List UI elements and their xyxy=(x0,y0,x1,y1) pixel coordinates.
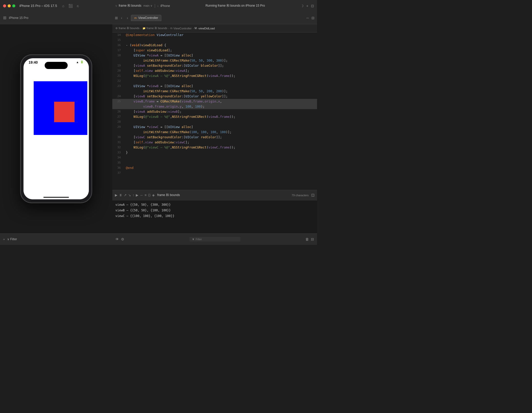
debug-stack-icon[interactable]: ⚙ xyxy=(121,237,124,241)
breakpoint-icon[interactable]: ▶ xyxy=(115,193,117,197)
dynamic-island xyxy=(45,62,68,69)
code-line-35: 35 xyxy=(112,160,317,165)
breadcrumb-method-label: -viewDidLoad xyxy=(198,27,215,30)
home-indicator xyxy=(43,197,69,198)
inspector-icon[interactable]: ⊟ xyxy=(311,16,315,20)
editor-tab-viewcontroller[interactable]: m ViewController xyxy=(131,15,161,21)
char-count: 79 characters xyxy=(292,194,309,197)
breadcrumb-method[interactable]: M -viewDidLoad xyxy=(195,27,215,30)
titlebar-icons: ⌂ ⬛ ⎌ xyxy=(62,4,79,8)
code-line-27: 27 NSLog(@"viewB – %@",NSStringFromCGRec… xyxy=(112,114,317,119)
layout-icon[interactable]: ⊞ xyxy=(115,16,118,20)
running-status: Running frame 和 bounds on iPhone 15 Pro xyxy=(172,4,298,8)
tab-item[interactable]: ⑂ frame 和 bounds xyxy=(115,4,141,8)
main-content: ⊞ iPhone 15 Pro 19:40 ▲ 🔋 xyxy=(0,12,317,245)
filter-label[interactable]: ∨ Filter xyxy=(7,237,17,241)
code-line-25a: 25 viewB.frame = CGRectMake(viewB.frame.… xyxy=(112,99,317,104)
close-button[interactable] xyxy=(3,4,6,7)
code-line-21: 21 NSLog(@"viewA – %@",NSStringFromCGRec… xyxy=(112,73,317,78)
moon-icon[interactable]: ☽ xyxy=(300,4,304,8)
breadcrumb-class-label: ViewController xyxy=(173,27,191,30)
code-line-14: 14 @implementation ViewController xyxy=(112,32,317,38)
titlebar-actions: ☽ + ⊡ xyxy=(300,4,314,8)
code-line-30: 30 [viewC setBackgroundColor:[UIColor re… xyxy=(112,135,317,140)
device-title: iPhone 15 Pro – iOS 17.5 xyxy=(19,4,57,8)
filter-area[interactable]: ▼ xyxy=(189,237,240,242)
phone-container: 19:40 ▲ 🔋 xyxy=(0,24,112,233)
continue-icon[interactable]: ▶ xyxy=(136,193,138,197)
phone-label: iPhone xyxy=(160,4,170,8)
status-bottom-bar: 👁 ⚙ ▼ 🗑 ⊟ xyxy=(112,233,317,245)
console-area: viewA – {{50, 50}, {300, 300}} viewB – {… xyxy=(112,200,317,233)
add-icon[interactable]: + xyxy=(306,4,308,8)
layout-toggle-icon[interactable]: ⊡ xyxy=(311,193,315,198)
code-line-32: 32 NSLog(@"viewC – %@",NSStringFromCGRec… xyxy=(112,145,317,150)
console-line-1: viewA – {{50, 50}, {300, 300}} xyxy=(115,202,314,208)
breadcrumb-project[interactable]: ⚙ frame 和 bounds xyxy=(115,26,139,30)
code-line-15: 15 xyxy=(112,38,317,43)
step-over-icon[interactable]: ↗ xyxy=(124,193,127,197)
editor-filename: frame 和 bounds xyxy=(157,193,180,197)
window-icon[interactable]: ⊡ xyxy=(311,4,314,8)
wifi-icon: ▲ xyxy=(76,61,79,64)
code-line-20: 20 [self.view addSubview:viewA]; xyxy=(112,68,317,73)
add-item-button[interactable]: + xyxy=(3,237,5,241)
sim-bottom-toolbar: + ∨ Filter xyxy=(0,233,112,245)
filter-input[interactable] xyxy=(196,238,238,241)
camera-icon[interactable]: ⬛ xyxy=(68,4,73,8)
titlebar: iPhone 15 Pro – iOS 17.5 ⌂ ⬛ ⎌ ⑂ frame 和… xyxy=(0,0,317,12)
code-line-36: 36 @end xyxy=(112,165,317,170)
editor-bottom-right: 79 characters ⊡ xyxy=(292,193,315,198)
nav-back-button[interactable]: ‹ xyxy=(119,15,124,20)
trash-icon[interactable]: 🗑 xyxy=(305,237,309,241)
var-icon[interactable]: ⟨⟩ xyxy=(148,193,151,197)
breadcrumb-folder[interactable]: 📁 frame 和 bounds xyxy=(142,26,167,30)
grid-icon[interactable]: ⊞ xyxy=(3,15,6,20)
status-icons: ▲ 🔋 xyxy=(76,60,84,64)
code-line-37: 37 xyxy=(112,170,317,176)
status-bottom-filter: ▼ xyxy=(126,237,303,242)
debug-eye-icon[interactable]: 👁 xyxy=(115,237,119,241)
console-icon[interactable]: ≡ xyxy=(145,193,147,197)
share-icon[interactable]: ↔ xyxy=(140,193,143,197)
branch-icon: ⑂ xyxy=(115,4,117,7)
step-in-icon[interactable]: ↘ xyxy=(128,193,131,197)
view-a xyxy=(34,81,87,135)
battery-icon: 🔋 xyxy=(80,60,84,64)
breadcrumb-sep-2: › xyxy=(168,27,169,30)
console-line-3: viewC – {{100, 100}, {100, 100}} xyxy=(115,213,314,219)
code-line-29a: 29 UIView *viewC = [[UIView alloc] xyxy=(112,124,317,130)
console-line-2: viewB – {{50, 50}, {100, 100}} xyxy=(115,208,314,213)
status-bottom-right: 🗑 ⊟ xyxy=(305,237,314,241)
screen-content xyxy=(23,71,89,199)
divider: | xyxy=(154,4,155,8)
rotate-icon[interactable]: ⎌ xyxy=(77,4,79,8)
code-line-24: 24 [viewB setBackgroundColor:[UIColor ye… xyxy=(112,94,317,99)
code-line-16: 16 - (void)viewDidLoad { xyxy=(112,43,317,48)
code-line-34: 34 xyxy=(112,155,317,160)
maximize-button[interactable] xyxy=(12,4,15,7)
status-bottom-left: 👁 ⚙ xyxy=(115,237,124,241)
branch-label: main ∨ xyxy=(143,4,152,7)
code-line-19: 19 [viewA setBackgroundColor:[UIColor bl… xyxy=(112,63,317,68)
breadcrumb-class[interactable]: m ViewController xyxy=(170,27,192,30)
split-icon[interactable]: ↔ xyxy=(306,16,309,20)
class-icon: m xyxy=(170,27,172,30)
titlebar-right: ⑂ frame 和 bounds main ∨ | › iPhone Runni… xyxy=(112,4,317,8)
location-icon[interactable]: ◈ xyxy=(152,193,155,197)
code-line-18b: initWithFrame:CGRectMake(50, 50, 300, 30… xyxy=(112,58,317,63)
code-line-25b: viewB.frame.origin.y, 100, 100); xyxy=(112,104,317,109)
traffic-lights xyxy=(3,4,15,7)
tab-filename: ViewController xyxy=(138,16,158,20)
step-out-icon[interactable]: ↑ xyxy=(132,193,134,197)
home-icon[interactable]: ⌂ xyxy=(62,4,64,8)
code-line-22: 22 xyxy=(112,78,317,84)
minimize-button[interactable] xyxy=(8,4,11,7)
split-view-icon[interactable]: ⊟ xyxy=(311,237,314,241)
code-container[interactable]: 14 @implementation ViewController 15 16 … xyxy=(112,32,317,190)
code-line-23a: 23 UIView *viewB = [[UIView alloc] xyxy=(112,84,317,89)
pause-icon[interactable]: ⏸ xyxy=(119,193,122,197)
nav-forward-button[interactable]: › xyxy=(125,15,130,20)
iphone-device: 19:40 ▲ 🔋 xyxy=(20,55,92,203)
filter-icon: ▼ xyxy=(192,238,195,241)
